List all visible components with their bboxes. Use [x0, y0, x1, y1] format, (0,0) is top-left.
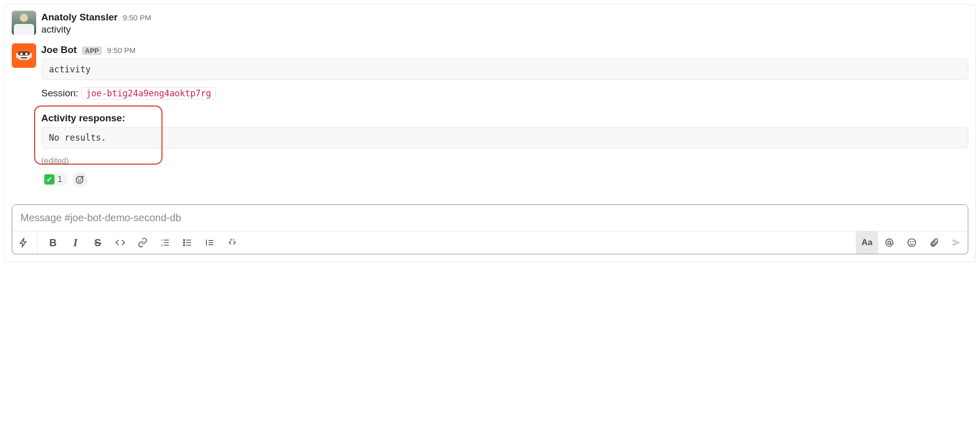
response-body: No results. [41, 127, 968, 148]
message-body: Joe Bot APP 9:50 PM activity Session: jo… [41, 43, 968, 187]
code-block-button[interactable] [221, 231, 243, 254]
link-button[interactable] [131, 231, 154, 254]
svg-rect-4 [20, 57, 27, 59]
svg-point-9 [80, 179, 81, 179]
ordered-list-icon: 12 [160, 238, 170, 248]
strikethrough-button[interactable]: S [87, 231, 109, 254]
sender-name[interactable]: Joe Bot [41, 44, 77, 56]
svg-point-16 [908, 239, 916, 247]
bold-button[interactable]: B [42, 231, 64, 254]
svg-text:1: 1 [161, 239, 162, 242]
reaction-count: 1 [58, 175, 62, 184]
link-icon [138, 238, 148, 248]
edited-label: (edited) [41, 156, 968, 166]
svg-point-17 [910, 242, 911, 242]
bullet-list-icon [182, 238, 193, 248]
add-reaction-button[interactable] [72, 172, 88, 187]
message-bot: Joe Bot APP 9:50 PM activity Session: jo… [12, 43, 968, 187]
sender-name[interactable]: Anatoly Stansler [41, 12, 118, 23]
smile-plus-icon [75, 174, 85, 185]
attach-button[interactable] [923, 231, 945, 254]
code-icon [115, 238, 125, 248]
svg-point-15 [888, 241, 891, 244]
svg-rect-1 [18, 51, 30, 56]
message-user: Anatoly Stansler 9:50 PM activity [12, 11, 968, 35]
message-header: Joe Bot APP 9:50 PM [41, 44, 968, 56]
session-id: joe-btig24a9eng4aoktp7rg [81, 87, 216, 99]
app-badge: APP [82, 46, 102, 55]
at-icon [884, 238, 894, 248]
svg-point-18 [913, 242, 913, 242]
svg-point-7 [76, 176, 83, 183]
response-header: Activity response: [41, 113, 968, 124]
message-input[interactable] [12, 205, 968, 231]
formatting-toggle-button[interactable]: Aa [856, 231, 878, 254]
bold-icon: B [49, 237, 57, 249]
svg-point-13 [183, 242, 185, 244]
message-timestamp[interactable]: 9:50 PM [107, 46, 135, 55]
message-header: Anatoly Stansler 9:50 PM [41, 12, 968, 23]
formatting-aa-icon: Aa [861, 238, 873, 248]
paperclip-icon [929, 238, 939, 248]
reaction-checkmark[interactable]: ✓ 1 [41, 173, 67, 186]
composer-toolbar: B I S 12 [12, 231, 968, 254]
mention-button[interactable] [878, 231, 901, 254]
reactions-bar: ✓ 1 [41, 172, 968, 187]
session-line: Session: joe-btig24a9eng4aoktp7rg [41, 87, 968, 99]
message-body: Anatoly Stansler 9:50 PM activity [41, 11, 968, 35]
lightning-icon [18, 238, 29, 248]
bullet-list-button[interactable] [176, 231, 199, 254]
blockquote-button[interactable] [199, 231, 221, 254]
send-button[interactable] [945, 231, 968, 254]
response-section: Activity response: No results. [41, 113, 968, 148]
message-composer: B I S 12 [12, 204, 968, 254]
blockquote-icon [205, 238, 215, 248]
svg-point-3 [25, 52, 28, 55]
toolbar-right: Aa [856, 231, 968, 254]
checkmark-emoji-icon: ✓ [44, 174, 55, 185]
session-label: Session: [41, 88, 78, 99]
code-button[interactable] [109, 231, 131, 254]
strikethrough-icon: S [94, 237, 101, 249]
svg-text:2: 2 [161, 244, 162, 247]
code-block-icon [227, 238, 237, 248]
shortcuts-button[interactable] [12, 231, 38, 254]
svg-point-8 [78, 179, 78, 179]
ordered-list-button[interactable]: 12 [154, 231, 176, 254]
message-timestamp[interactable]: 9:50 PM [123, 13, 151, 22]
svg-point-12 [183, 240, 185, 241]
svg-point-2 [20, 52, 23, 55]
toolbar-left: B I S 12 [12, 231, 243, 254]
svg-rect-6 [31, 53, 32, 58]
message-text: activity [41, 24, 968, 35]
smile-icon [907, 238, 917, 248]
avatar-user[interactable] [12, 11, 36, 35]
avatar-bot[interactable] [12, 43, 36, 68]
chat-container: Anatoly Stansler 9:50 PM activity Joe Bo… [4, 4, 976, 262]
svg-rect-5 [16, 53, 18, 58]
code-block: activity [41, 59, 968, 80]
emoji-button[interactable] [901, 231, 923, 254]
svg-point-14 [183, 245, 185, 246]
italic-icon: I [73, 236, 78, 249]
italic-button[interactable]: I [64, 231, 87, 254]
send-icon [951, 238, 962, 248]
